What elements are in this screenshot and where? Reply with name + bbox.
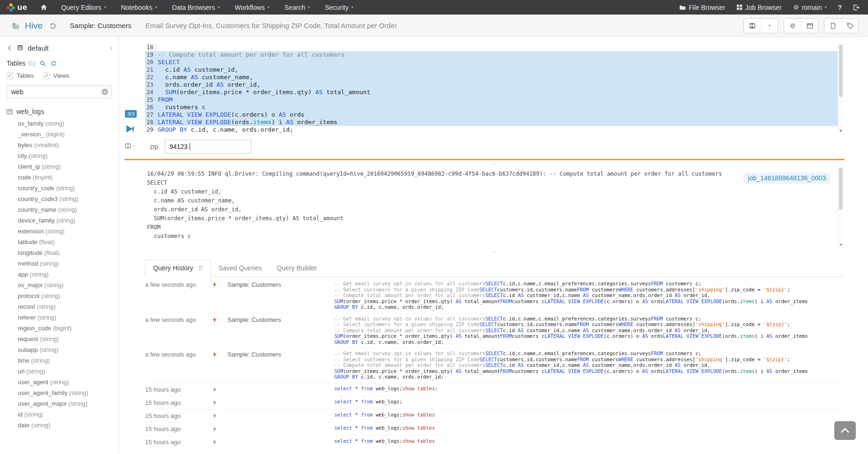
docs-button[interactable]: ▾ — [125, 143, 135, 149]
tab-query-builder[interactable]: Query Builder — [269, 260, 324, 276]
menu-query-editors[interactable]: Query Editors▾ — [61, 4, 106, 11]
save-button[interactable] — [744, 19, 761, 33]
column-item-os_family[interactable]: os_family (string) — [0, 118, 118, 129]
column-item-city[interactable]: city (string) — [0, 150, 118, 161]
job-link[interactable]: job_1461888648136_0003 — [743, 172, 830, 184]
column-item-protocol[interactable]: protocol (string) — [0, 290, 118, 301]
table-search-input[interactable] — [7, 85, 112, 98]
column-item-_version_[interactable]: _version_ (bigint) — [0, 129, 118, 140]
database-name[interactable]: default — [28, 44, 49, 52]
scroll-down-icon[interactable]: ▼ — [838, 243, 843, 247]
menu-notebooks[interactable]: Notebooks▾ — [121, 4, 157, 11]
history-row[interactable]: 15 hours agoselect * from web_logs;show … — [145, 383, 843, 396]
column-item-id[interactable]: id (string) — [0, 409, 118, 420]
menu-workflows[interactable]: Workflows▾ — [235, 4, 269, 11]
clear-search-icon[interactable]: × — [102, 89, 108, 95]
log-scrollbar[interactable]: ▼ — [838, 167, 843, 247]
trash-icon[interactable] — [198, 265, 203, 271]
new-document-button[interactable] — [824, 19, 841, 33]
column-item-latitude[interactable]: latitude (float) — [0, 237, 118, 247]
editor-line-26[interactable]: 26 customers c — [145, 104, 843, 111]
search-icon[interactable] — [40, 60, 46, 67]
column-item-longitude[interactable]: longitude (float) — [0, 247, 118, 258]
editor-line-21[interactable]: 21 c.id AS customer_id, — [145, 66, 843, 74]
editor-line-23[interactable]: 23 ords.order_id AS order_id, — [145, 81, 843, 89]
column-item-user_agent[interactable]: user_agent (string) — [0, 377, 118, 387]
column-item-region_code[interactable]: region_code (bigint) — [0, 323, 118, 334]
refresh-icon[interactable] — [51, 60, 57, 67]
editor-line-27[interactable]: 27LATERAL VIEW EXPLODE(c.orders) o AS or… — [145, 111, 843, 119]
job-browser-link[interactable]: Job Browser — [736, 4, 782, 11]
scrollbar-thumb[interactable] — [839, 45, 843, 97]
filter-tables-checkbox[interactable]: ✓ Tables — [7, 72, 34, 79]
column-item-referer[interactable]: referer (string) — [0, 312, 118, 323]
column-item-record[interactable]: record (string) — [0, 301, 118, 312]
back-icon[interactable] — [7, 45, 13, 51]
editor-scrollbar[interactable]: ▼ — [838, 44, 843, 134]
file-browser-link[interactable]: File Browser — [679, 4, 725, 11]
filter-tables-label: Tables — [16, 72, 34, 79]
editor-line-28[interactable]: 28LATERAL VIEW EXPLODE(ords.items) i AS … — [145, 119, 843, 126]
app-name[interactable]: Hive — [25, 21, 43, 31]
column-item-code[interactable]: code (tinyint) — [0, 172, 118, 183]
settings-button[interactable] — [784, 19, 801, 33]
column-item-app[interactable]: app (string) — [0, 269, 118, 280]
tags-button[interactable] — [841, 19, 858, 33]
tab-saved-queries[interactable]: Saved Queries — [211, 260, 270, 276]
user-menu[interactable]: romain ▾ — [793, 4, 827, 11]
help-icon[interactable]: ? — [838, 4, 842, 11]
logout-icon[interactable] — [853, 4, 860, 11]
scroll-to-top-button[interactable] — [834, 421, 856, 440]
column-item-user_agent_family[interactable]: user_agent_family (string) — [0, 387, 118, 398]
menu-security[interactable]: Security▾ — [325, 4, 353, 11]
history-row[interactable]: a few seconds agoSample: Customers-- Get… — [145, 313, 843, 349]
column-item-client_ip[interactable]: client_ip (string) — [0, 161, 118, 172]
column-item-country_name[interactable]: country_name (string) — [0, 204, 118, 215]
sql-editor[interactable]: 1819-- Compute total amount per order fo… — [145, 44, 843, 134]
table-item-web-logs[interactable]: web_logs — [0, 100, 118, 118]
menu-search[interactable]: Search▾ — [285, 4, 310, 11]
column-item-subapp[interactable]: subapp (string) — [0, 344, 118, 355]
menu-data-browsers[interactable]: Data Browsers▾ — [172, 4, 220, 11]
variable-zip-input[interactable] — [165, 140, 251, 154]
query-title[interactable]: Sample: Customers — [70, 22, 132, 30]
save-dropdown-button[interactable]: ▾ — [761, 19, 778, 33]
schedule-button[interactable] — [801, 19, 818, 33]
history-row[interactable]: 15 hours agoselect * from web_logs;show … — [145, 423, 843, 436]
column-item-bytes[interactable]: bytes (smallint) — [0, 140, 118, 150]
editor-line-19[interactable]: 19-- Compute total amount per order for … — [145, 51, 843, 59]
query-history-icon[interactable] — [49, 22, 57, 30]
hue-logo[interactable]: ue — [7, 3, 27, 12]
history-row[interactable]: a few seconds agoSample: Customers-- Get… — [145, 348, 843, 383]
scrollbar-thumb[interactable] — [839, 168, 843, 210]
resize-handle[interactable] — [119, 160, 868, 166]
history-row[interactable]: 15 hours agoselect * from web_logs;show … — [145, 409, 843, 423]
column-item-country_code3[interactable]: country_code3 (string) — [0, 194, 118, 204]
column-item-date[interactable]: date (string) — [0, 420, 118, 431]
scroll-down-icon[interactable]: ▼ — [838, 129, 844, 134]
filter-views-checkbox[interactable]: ✓ Views — [44, 72, 69, 79]
tab-query-history[interactable]: Query History — [145, 260, 211, 277]
column-item-os_major[interactable]: os_major (string) — [0, 280, 118, 290]
editor-line-18[interactable]: 18 — [145, 44, 843, 51]
column-item-method[interactable]: method (string) — [0, 258, 118, 269]
column-item-user_agent_major[interactable]: user_agent_major (string) — [0, 398, 118, 409]
history-row[interactable]: 15 hours agoselect * from web_logs; — [145, 396, 843, 409]
column-item-extension[interactable]: extension (string) — [0, 226, 118, 237]
history-row[interactable]: a few seconds agoSample: Customers-- Get… — [145, 278, 843, 313]
execute-button[interactable] — [126, 125, 133, 133]
editor-line-20[interactable]: 20SELECT — [145, 59, 843, 66]
column-item-device_family[interactable]: device_family (string) — [0, 215, 118, 226]
collapse-panel-icon[interactable]: ‹ — [110, 44, 113, 52]
column-item-time[interactable]: time (string) — [0, 355, 118, 366]
home-icon[interactable] — [40, 4, 47, 11]
editor-line-25[interactable]: 25FROM — [145, 96, 843, 104]
column-item-url[interactable]: url (string) — [0, 366, 118, 377]
resize-handle[interactable] — [119, 247, 868, 253]
editor-line-29[interactable]: 29GROUP BY c.id, c.name, ords.order_id; — [145, 126, 843, 134]
column-item-request[interactable]: request (string) — [0, 334, 118, 344]
column-item-country_code[interactable]: country_code (string) — [0, 183, 118, 194]
editor-line-22[interactable]: 22 c.name AS customer_name, — [145, 74, 843, 81]
history-row[interactable]: 15 hours agoselect * from web_logs;show … — [145, 436, 843, 449]
editor-line-24[interactable]: 24 SUM(order_items.price * order_items.q… — [145, 89, 843, 96]
